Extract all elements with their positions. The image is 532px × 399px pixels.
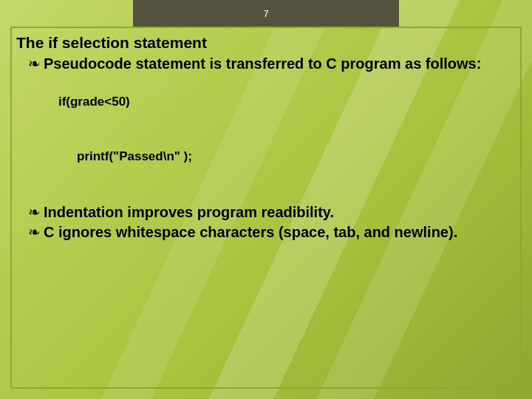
bullet-item: ❧ C ignores whitespace characters (space…	[16, 223, 516, 242]
bullet-text: Indentation improves program readibility…	[44, 203, 516, 222]
code-line: printf("Passed\n" );	[44, 148, 516, 166]
page-number: 7	[263, 8, 268, 19]
bullet-icon: ❧	[28, 203, 41, 222]
code-line: if(grade<50)	[58, 95, 130, 109]
code-block: if(grade<50) printf("Passed\n" );	[44, 75, 516, 202]
bullet-text: C ignores whitespace characters (space, …	[44, 223, 516, 242]
bullet-item: ❧ Indentation improves program readibili…	[16, 203, 516, 222]
page-number-tab: 7	[133, 0, 399, 27]
bullet-icon: ❧	[28, 55, 41, 73]
slide-title: The if selection statement	[16, 34, 516, 52]
slide-content: The if selection statement ❧ Pseudocode …	[16, 34, 516, 243]
bullet-icon: ❧	[28, 223, 41, 242]
bullet-item: ❧ Pseudocode statement is transferred to…	[16, 55, 516, 73]
bullet-text: Pseudocode statement is transferred to C…	[44, 55, 516, 73]
